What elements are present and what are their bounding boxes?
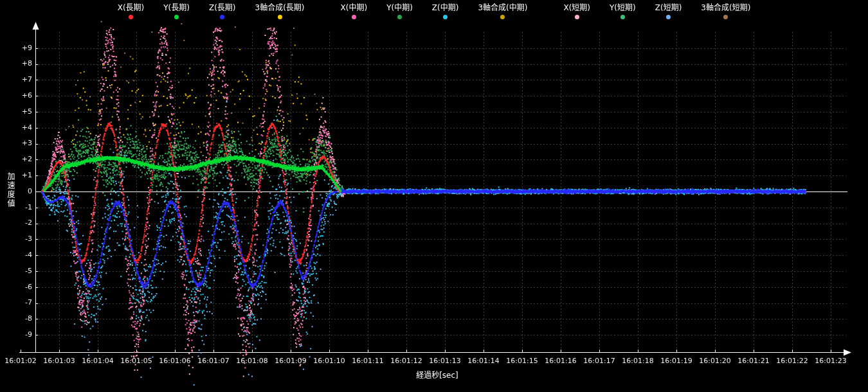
legend-color-dot	[443, 15, 448, 19]
legend-label: 3軸合成(長期)	[255, 4, 305, 12]
legend: X(長期)Y(長期)Z(長期)3軸合成(長期)X(中期)Y(中期)Z(中期)3軸…	[0, 4, 868, 19]
legend-color-dot	[575, 15, 579, 19]
legend-color-dot	[620, 15, 625, 19]
legend-item: X(中期)	[341, 4, 368, 19]
legend-item: Y(短期)	[610, 4, 636, 19]
legend-label: X(短期)	[563, 4, 590, 12]
legend-color-dot	[278, 15, 282, 19]
legend-label: Y(長期)	[163, 4, 190, 12]
legend-label: Z(長期)	[209, 4, 236, 12]
legend-item: Z(長期)	[209, 4, 236, 19]
legend-label: Y(短期)	[610, 4, 636, 12]
legend-item: Y(中期)	[386, 4, 413, 19]
legend-label: 3軸合成(中期)	[478, 4, 527, 12]
legend-item: 3軸合成(中期)	[478, 4, 527, 19]
legend-label: Y(中期)	[386, 4, 413, 12]
legend-label: 3軸合成(短期)	[701, 4, 750, 12]
legend-color-dot	[352, 15, 356, 19]
y-axis-title: 加速度値	[5, 172, 16, 208]
legend-color-dot	[174, 15, 179, 19]
legend-item: Z(中期)	[432, 4, 459, 19]
legend-label: Z(中期)	[432, 4, 459, 12]
legend-color-dot	[397, 15, 402, 19]
legend-color-dot	[723, 15, 728, 19]
legend-item: X(長期)	[118, 4, 145, 19]
legend-item: Y(長期)	[163, 4, 190, 19]
chart-root: X(長期)Y(長期)Z(長期)3軸合成(長期)X(中期)Y(中期)Z(中期)3軸…	[0, 0, 868, 392]
legend-item: 3軸合成(長期)	[255, 4, 305, 19]
legend-label: X(長期)	[118, 4, 145, 12]
legend-color-dot	[500, 15, 505, 19]
legend-label: X(中期)	[341, 4, 368, 12]
plot-canvas	[0, 0, 868, 392]
x-axis-title: 経過秒[sec]	[386, 369, 489, 380]
legend-color-dot	[666, 15, 671, 19]
legend-item: 3軸合成(短期)	[701, 4, 750, 19]
legend-item: Z(短期)	[655, 4, 682, 19]
legend-color-dot	[220, 15, 224, 19]
legend-label: Z(短期)	[655, 4, 682, 12]
legend-color-dot	[129, 15, 133, 19]
legend-item: X(短期)	[563, 4, 590, 19]
